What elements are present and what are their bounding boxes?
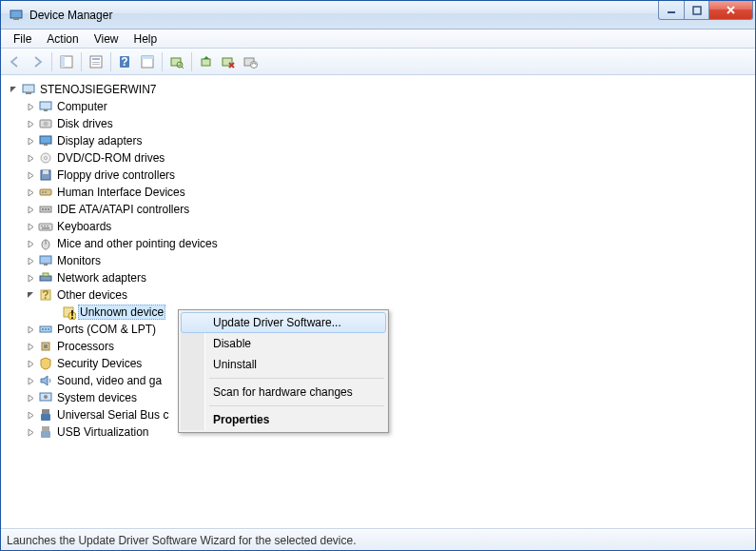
svg-point-57 xyxy=(42,328,44,330)
tree-label: Floppy drive controllers xyxy=(57,168,175,182)
tree-root[interactable]: STENOJSIEGERWIN7 xyxy=(3,81,751,98)
svg-rect-37 xyxy=(42,208,44,210)
tree-node[interactable]: IDE ATA/ATAPI controllers xyxy=(3,201,751,218)
svg-rect-49 xyxy=(40,276,51,281)
expand-icon[interactable] xyxy=(26,393,36,403)
svg-rect-22 xyxy=(26,92,31,94)
tree-label: Mice and other pointing devices xyxy=(57,237,218,250)
scan-hardware-button[interactable] xyxy=(166,51,187,72)
tree-label: Unknown device xyxy=(78,305,165,320)
menu-properties[interactable]: Properties xyxy=(181,409,386,430)
expand-icon[interactable] xyxy=(26,256,36,266)
tree-label: Human Interface Devices xyxy=(57,186,185,199)
svg-rect-27 xyxy=(40,136,51,144)
tree-label: Keyboards xyxy=(57,220,111,233)
svg-rect-66 xyxy=(42,426,49,431)
tree-node[interactable]: Mice and other pointing devices xyxy=(3,235,751,252)
expand-icon[interactable] xyxy=(26,119,36,129)
titlebar[interactable]: Device Manager xyxy=(1,1,755,30)
tree-node[interactable]: Network adapters xyxy=(3,269,751,286)
tree-node[interactable]: Computer xyxy=(3,98,751,115)
expand-icon[interactable] xyxy=(26,325,36,335)
mouse-icon xyxy=(38,236,53,251)
expand-icon[interactable] xyxy=(26,205,36,215)
tree-node[interactable]: Human Interface Devices xyxy=(3,184,751,201)
svg-rect-13 xyxy=(142,56,153,59)
expand-icon[interactable] xyxy=(26,342,36,352)
svg-rect-28 xyxy=(44,144,48,146)
expand-icon[interactable] xyxy=(26,153,36,164)
back-button[interactable] xyxy=(5,51,26,72)
expand-icon[interactable] xyxy=(26,170,36,181)
menu-separator xyxy=(209,405,384,406)
toolbar-separator xyxy=(51,52,52,71)
expand-icon[interactable] xyxy=(26,376,36,386)
menu-view[interactable]: View xyxy=(87,30,126,48)
menu-disable[interactable]: Disable xyxy=(181,333,386,354)
svg-rect-50 xyxy=(43,273,48,276)
tree-node[interactable]: Monitors xyxy=(3,252,751,269)
expand-icon[interactable] xyxy=(26,273,36,284)
device-tree-pane[interactable]: STENOJSIEGERWIN7ComputerDisk drivesDispl… xyxy=(1,75,755,529)
sound-icon xyxy=(38,373,53,388)
expand-icon[interactable] xyxy=(26,187,36,198)
uninstall-button[interactable] xyxy=(218,51,239,72)
close-button[interactable] xyxy=(709,1,753,20)
display-icon xyxy=(38,133,53,148)
menu-action[interactable]: Action xyxy=(40,30,85,48)
svg-rect-17 xyxy=(202,59,210,66)
tree-label: Other devices xyxy=(57,288,127,302)
app-icon xyxy=(9,8,24,23)
menu-item-label: Update Driver Software... xyxy=(213,316,341,329)
menubar: File Action View Help xyxy=(1,30,755,49)
window-controls xyxy=(658,1,753,20)
expand-icon[interactable] xyxy=(26,410,36,421)
update-driver-button[interactable] xyxy=(196,51,217,72)
show-console-tree-button[interactable] xyxy=(56,51,77,72)
tree-node[interactable]: Display adapters xyxy=(3,132,751,149)
other-icon: ? xyxy=(38,287,53,303)
menu-scan-hardware[interactable]: Scan for hardware changes xyxy=(181,382,386,403)
tree-node[interactable]: ?Other devices xyxy=(3,286,751,304)
svg-point-26 xyxy=(44,122,48,127)
svg-point-35 xyxy=(45,191,47,193)
minimize-button[interactable] xyxy=(658,1,685,20)
svg-rect-48 xyxy=(44,264,48,266)
menu-uninstall[interactable]: Uninstall xyxy=(181,354,386,375)
menu-help[interactable]: Help xyxy=(127,30,165,48)
menu-file[interactable]: File xyxy=(7,30,38,48)
tree-node[interactable]: Disk drives xyxy=(3,115,751,132)
tree-label: Display adapters xyxy=(57,134,142,148)
menu-update-driver[interactable]: Update Driver Software... xyxy=(181,312,386,333)
svg-rect-38 xyxy=(45,208,47,210)
properties-button[interactable] xyxy=(86,51,107,72)
svg-rect-39 xyxy=(48,208,49,210)
svg-rect-21 xyxy=(23,85,34,92)
expand-icon[interactable] xyxy=(26,136,36,147)
tree-label: Monitors xyxy=(57,254,101,267)
help-button[interactable]: ? xyxy=(115,51,136,72)
expand-icon[interactable] xyxy=(26,239,36,249)
tree-label: Universal Serial Bus c xyxy=(57,408,168,422)
forward-button[interactable] xyxy=(27,51,48,72)
svg-rect-24 xyxy=(44,109,48,111)
tree-label: DVD/CD-ROM drives xyxy=(57,151,165,165)
collapse-icon[interactable] xyxy=(26,290,36,301)
svg-point-59 xyxy=(48,328,49,330)
expand-icon[interactable] xyxy=(26,359,36,369)
cpu-icon xyxy=(38,339,53,354)
refresh-button[interactable] xyxy=(137,51,158,72)
expand-icon[interactable] xyxy=(26,222,36,232)
disable-button[interactable] xyxy=(240,51,261,72)
collapse-icon[interactable] xyxy=(9,85,19,95)
tree-node[interactable]: Keyboards xyxy=(3,218,751,235)
svg-rect-64 xyxy=(42,409,49,414)
tree-node[interactable]: Floppy drive controllers xyxy=(3,167,751,184)
svg-rect-23 xyxy=(40,102,51,109)
tree-label: Computer xyxy=(57,100,107,113)
expand-icon[interactable] xyxy=(26,102,36,112)
maximize-button[interactable] xyxy=(685,1,709,20)
expand-icon[interactable] xyxy=(26,427,36,438)
tree-label: IDE ATA/ATAPI controllers xyxy=(57,203,189,216)
tree-node[interactable]: DVD/CD-ROM drives xyxy=(3,149,751,167)
